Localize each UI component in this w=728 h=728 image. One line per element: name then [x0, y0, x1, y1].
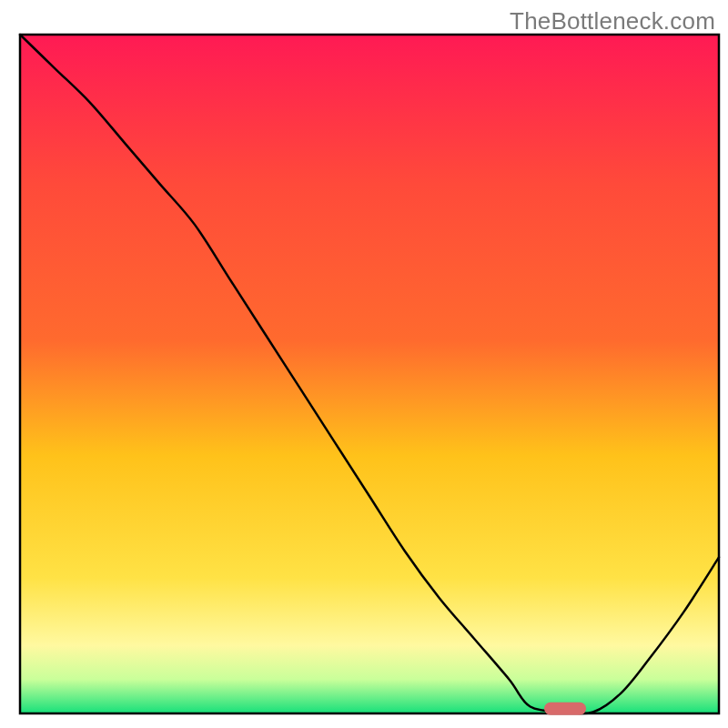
gradient-background — [20, 35, 719, 713]
watermark-label: TheBottleneck.com — [510, 7, 715, 35]
chart-stage: TheBottleneck.com — [0, 0, 728, 728]
optimal-point-marker — [544, 703, 586, 715]
bottleneck-plot — [0, 0, 728, 728]
